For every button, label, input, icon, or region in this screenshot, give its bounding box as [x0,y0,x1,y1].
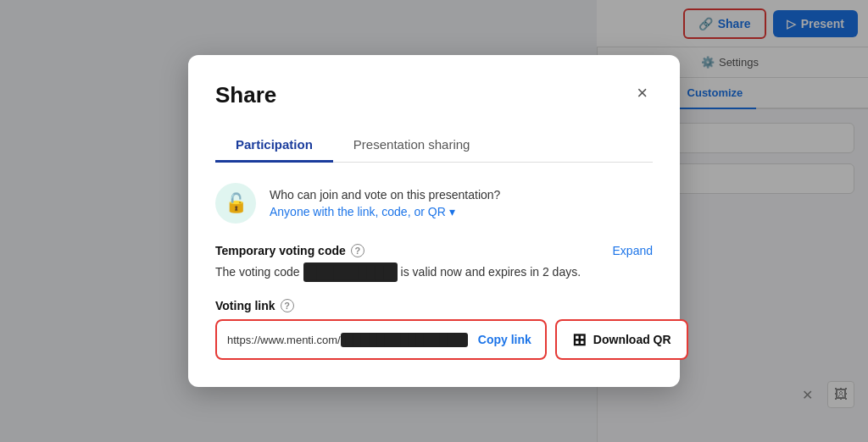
voting-link-help-icon[interactable]: ? [281,299,294,312]
join-section: 🔓 Who can join and vote on this presenta… [215,183,653,224]
expand-link[interactable]: Expand [613,244,653,257]
modal-close-button[interactable]: × [632,82,653,104]
voting-code-redacted: ██████████ [303,262,398,282]
voting-link-section-header: Voting link ? [215,299,653,312]
voting-link-section: Voting link ? https://www.menti.com/████… [215,299,653,360]
voting-link-row: https://www.menti.com/███████████████ Co… [215,319,653,360]
modal-header: Share × [215,82,653,108]
voting-link-title: Voting link ? [215,299,294,312]
voting-link-input-box: https://www.menti.com/███████████████ Co… [215,319,547,360]
voting-code-description: The voting code ██████████ is valid now … [215,262,653,282]
qr-icon: ⊞ [572,329,587,350]
modal-tabs: Participation Presentation sharing [215,129,653,163]
voting-code-title: Temporary voting code ? [215,244,364,257]
voting-link-url: https://www.menti.com/███████████████ [227,333,468,347]
lock-icon-circle: 🔓 [215,183,256,224]
join-option-link[interactable]: Anyone with the link, code, or QR ▾ [270,205,500,218]
share-modal: Share × Participation Presentation shari… [188,55,680,387]
copy-link-button[interactable]: Copy link [475,333,535,346]
tab-presentation-sharing[interactable]: Presentation sharing [333,129,491,163]
download-qr-button[interactable]: ⊞ Download QR [555,319,688,360]
join-text: Who can join and vote on this presentati… [270,188,500,218]
download-qr-label: Download QR [593,333,671,346]
voting-code-section-header: Temporary voting code ? Expand [215,244,653,257]
join-description: Who can join and vote on this presentati… [270,188,500,202]
voting-code-help-icon[interactable]: ? [351,244,364,257]
voting-link-url-redacted: ███████████████ [341,333,468,347]
lock-icon: 🔓 [225,192,248,214]
chevron-down-icon: ▾ [449,205,455,218]
tab-participation[interactable]: Participation [215,129,333,163]
modal-title: Share [215,82,276,108]
